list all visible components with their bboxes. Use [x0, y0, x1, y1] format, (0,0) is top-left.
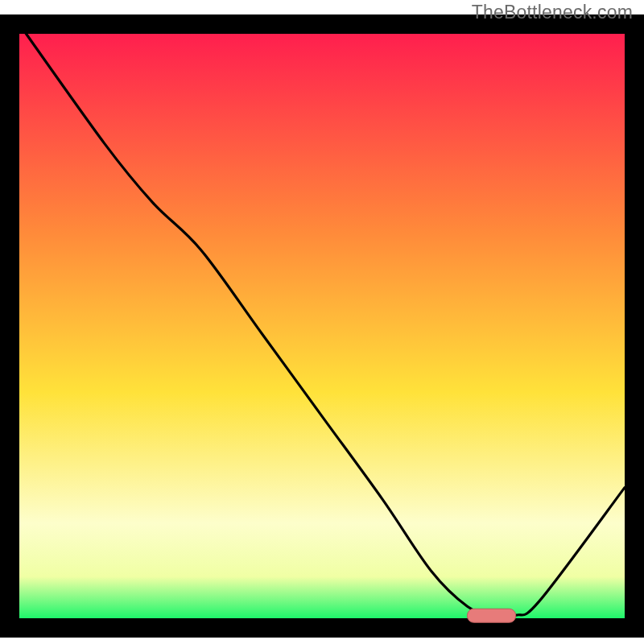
plot-background — [19, 24, 625, 618]
watermark-text: TheBottleneck.com — [472, 2, 633, 23]
bottleneck-chart — [0, 0, 644, 644]
optimal-range-marker — [467, 609, 515, 622]
